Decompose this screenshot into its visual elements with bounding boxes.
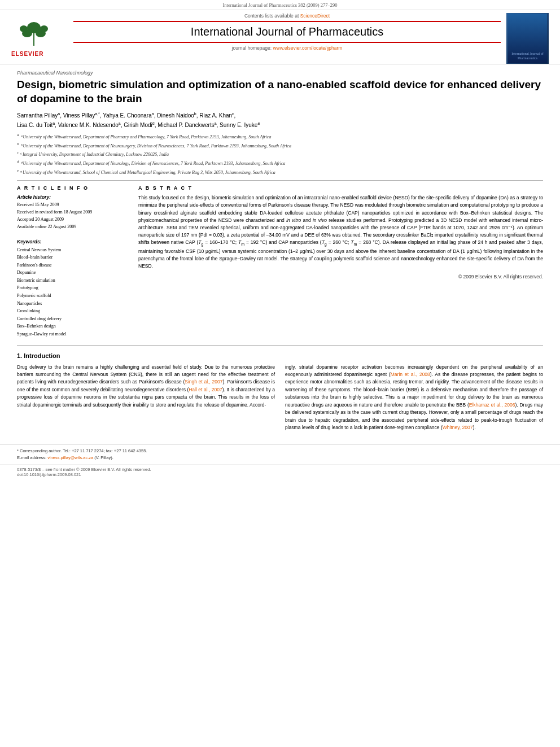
article-section-label: Pharmacaeutical Nanotechnology xyxy=(17,70,543,76)
available-date: Available online 22 August 2009 xyxy=(17,224,130,231)
section-divider xyxy=(17,345,543,346)
abstract-col: A B S T R A C T This study focused on th… xyxy=(138,185,543,338)
journal-header-center: Contents lists available at ScienceDirec… xyxy=(73,13,501,64)
journal-citation-bar: International Journal of Pharmaceutics 3… xyxy=(0,0,560,10)
author-lisa: Lisa C. du Toita, Valence M.K. Ndesendoa… xyxy=(17,122,260,128)
affiliation-a: a ᵃ University of the Witwatersrand, Dep… xyxy=(17,132,543,141)
affiliation-e: e ᵉ University of the Witwatersrand, Sch… xyxy=(17,168,543,176)
keyword-crosslinking: Crosslinking xyxy=(17,307,130,315)
journal-title: International Journal of Pharmaceutics xyxy=(73,25,501,38)
email-footnote: E-mail address: viness.pillay@wits.ac.za… xyxy=(17,455,543,461)
journal-citation: International Journal of Pharmaceutics 3… xyxy=(222,2,337,8)
keyword-nanoparticles: Nanoparticles xyxy=(17,300,130,308)
keyword-biometric: Biometric simulation xyxy=(17,277,130,285)
elsevier-tree-icon xyxy=(11,18,56,49)
keyword-box-behnken: Box–Behnken design xyxy=(17,322,130,330)
svg-point-6 xyxy=(40,25,48,32)
homepage-url[interactable]: www.elsevier.com/locate/ijpharm xyxy=(273,45,342,51)
email-link[interactable]: viness.pillay@wits.ac.za xyxy=(47,455,93,460)
keyword-parkinsons: Parkinson's disease xyxy=(17,261,130,269)
keywords-list: Central Nervous System Blood–brain barri… xyxy=(17,246,130,338)
issn-line: 0378-5173/$ – see front matter © 2009 El… xyxy=(17,467,543,472)
article-history-label: Article history: xyxy=(17,194,130,200)
keyword-bbb: Blood–brain barrier xyxy=(17,254,130,261)
affiliations: a ᵃ University of the Witwatersrand, Dep… xyxy=(17,132,543,176)
article-info-abstract-area: A R T I C L E I N F O Article history: R… xyxy=(17,180,543,338)
doi-line: doi:10.1016/j.ijpharm.2009.08.021 xyxy=(17,472,543,477)
abstract-text: This study focused on the design, biomet… xyxy=(138,194,543,270)
article-history-items: Received 15 May 2009 Received in revised… xyxy=(17,202,130,230)
revised-date: Received in revised form 18 August 2009 xyxy=(17,209,130,216)
accepted-date: Accepted 20 August 2009 xyxy=(17,216,130,224)
corresponding-author-footnote: * Corresponding author. Tel.: +27 11 717… xyxy=(17,448,543,454)
footer-bar: 0378-5173/$ – see front matter © 2009 El… xyxy=(0,464,560,479)
article-info-col: A R T I C L E I N F O Article history: R… xyxy=(17,185,130,338)
intro-body: Drug delivery to the brain remains a hig… xyxy=(17,364,543,434)
introduction-section: 1. Introduction Drug delivery to the bra… xyxy=(17,352,543,434)
affiliation-b: b ᵇ University of the Witwatersrand, Dep… xyxy=(17,141,543,150)
elsevier-text: ELSEVIER xyxy=(11,51,43,57)
author-samantha: Samantha Pillaya, Viness Pillaya,*, Yahy… xyxy=(17,112,235,119)
keywords-label: Keywords: xyxy=(17,239,130,244)
sciencedirect-link[interactable]: ScienceDirect xyxy=(300,13,330,19)
elsevier-logo-area: ELSEVIER xyxy=(11,13,68,64)
page: International Journal of Pharmaceutics 3… xyxy=(0,0,560,747)
intro-right-col: ingly, striatal dopamine receptor activa… xyxy=(285,364,543,434)
keyword-scaffold: Polymeric scaffold xyxy=(17,292,130,300)
main-content: Pharmacaeutical Nanotechnology Design, b… xyxy=(0,64,560,439)
copyright-notice: © 2009 Elsevier B.V. All rights reserved… xyxy=(138,274,543,279)
received-date: Received 15 May 2009 xyxy=(17,202,130,209)
keyword-sprague-dawley: Sprague–Dawley rat model xyxy=(17,330,130,338)
footnotes-area: * Corresponding author. Tel.: +27 11 717… xyxy=(0,444,560,464)
intro-left-col: Drug delivery to the brain remains a hig… xyxy=(17,364,275,434)
keyword-prototyping: Prototyping xyxy=(17,284,130,292)
keyword-drug-delivery: Controlled drug delivery xyxy=(17,315,130,323)
authors-line: Samantha Pillaya, Viness Pillaya,*, Yahy… xyxy=(17,110,543,130)
svg-point-5 xyxy=(20,25,28,32)
contents-label: Contents lists available at xyxy=(244,13,299,19)
intro-heading: 1. Introduction xyxy=(17,352,543,359)
keyword-cns: Central Nervous System xyxy=(17,246,130,254)
article-title: Design, biometric simulation and optimiz… xyxy=(17,78,543,106)
article-info-heading: A R T I C L E I N F O xyxy=(17,185,130,191)
book-cover-image: International Journal ofPharmaceutics xyxy=(506,13,549,64)
homepage-label: journal homepage: xyxy=(232,45,272,51)
keyword-dopamine: Dopamine xyxy=(17,269,130,277)
affiliation-d: d ᵈ University of the Witwatersrand, Dep… xyxy=(17,159,543,167)
abstract-heading: A B S T R A C T xyxy=(138,185,543,191)
affiliation-c: c ᶜ Integral University, Department of I… xyxy=(17,150,543,158)
